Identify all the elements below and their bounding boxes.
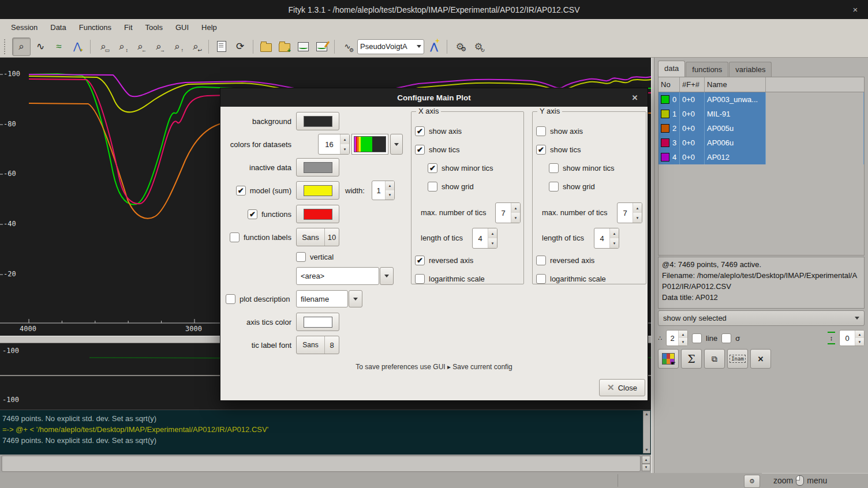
spin-up-icon[interactable] [386, 181, 394, 190]
sigma-checkbox[interactable] [721, 333, 731, 343]
x-show-minor-tics-checkbox[interactable] [428, 163, 437, 173]
dialog-close-button[interactable]: ✕ Close [599, 379, 645, 396]
console-scrollbar[interactable]: ▲ ▼ [643, 411, 650, 453]
spin-down-icon[interactable] [633, 213, 642, 223]
spin-down-icon[interactable] [511, 213, 520, 223]
open-data-button[interactable] [257, 38, 275, 55]
zoom-all-button[interactable]: ⌕▭ [95, 38, 112, 55]
spin-down-icon[interactable] [610, 238, 619, 248]
y-reversed-checkbox[interactable] [536, 256, 546, 265]
data-range-mode-button[interactable]: ∿ [32, 38, 49, 55]
spin-down-icon[interactable] [679, 338, 687, 346]
zoom-left-button[interactable]: ⌕← [132, 38, 149, 55]
dataset-color-swatch[interactable] [661, 153, 669, 162]
peak-type-dropdown[interactable]: PseudoVoigtA [357, 39, 424, 54]
plot-description-field[interactable]: filename [296, 290, 348, 307]
menu-data[interactable]: Data [45, 21, 71, 34]
spin-down-icon[interactable] [488, 238, 497, 248]
line-checkbox[interactable] [692, 333, 702, 343]
menu-gui[interactable]: GUI [170, 21, 194, 34]
command-input[interactable] [1, 455, 641, 472]
menu-functions[interactable]: Functions [74, 21, 117, 34]
scroll-up-icon[interactable]: ▲ [645, 411, 649, 417]
x-show-axis-checkbox[interactable] [415, 126, 425, 136]
command-history-spinner[interactable]: ▲ ▼ [642, 456, 650, 471]
plot-description-dropdown-button[interactable] [349, 290, 362, 307]
auto-add-peak-button[interactable]: ⋀ [425, 38, 443, 55]
dataset-color-swatch[interactable] [661, 110, 669, 118]
tic-label-font-button[interactable]: Sans 8 [296, 336, 339, 354]
show-log-button[interactable] [213, 38, 230, 55]
model-width-spinner[interactable]: 1 [372, 181, 395, 200]
x-tic-length-value[interactable]: 4 [473, 228, 488, 248]
model-width-value[interactable]: 1 [372, 181, 385, 200]
table-row[interactable]: 1 0+0 MIL-91 [659, 107, 864, 121]
zoom-up-button[interactable]: ⌕↑ [169, 38, 186, 55]
point-size-value[interactable]: 2 [667, 331, 678, 346]
scroll-down-icon[interactable]: ▼ [645, 447, 649, 453]
show-filter-dropdown[interactable]: show only selected [658, 310, 865, 326]
edit-functions-button[interactable]: ∿⚙ [339, 38, 356, 55]
reload-session-button[interactable]: ⟳ [231, 38, 249, 55]
spin-up-icon[interactable] [855, 331, 864, 338]
copy-function-button[interactable]: ⧉ [704, 349, 725, 369]
output-console[interactable]: 7469 points. No explicit std. dev. Set a… [0, 410, 651, 455]
zoom-vertical-button[interactable]: ⌕↕ [113, 38, 130, 55]
dataset-color-swatch[interactable] [661, 95, 669, 104]
window-close-icon[interactable]: × [847, 0, 863, 19]
statusbar-prefs-button[interactable]: ⚙ [744, 475, 760, 488]
axis-tics-color-button[interactable] [296, 313, 339, 331]
dataset-colors-count[interactable]: 16 [319, 134, 340, 154]
menu-tools[interactable]: Tools [140, 21, 168, 34]
x-log-scale-checkbox[interactable] [415, 274, 425, 284]
menu-fit[interactable]: Fit [119, 21, 137, 34]
table-row[interactable]: 2 0+0 AP005u [659, 121, 864, 136]
spin-up-icon[interactable] [610, 228, 619, 238]
column-header-fpf[interactable]: #F+# [680, 77, 705, 92]
dialog-close-icon[interactable]: ✕ [628, 88, 642, 107]
background-color-button[interactable] [296, 112, 339, 130]
spin-up-icon[interactable] [511, 203, 520, 213]
y-tic-length-spinner[interactable]: 4 [594, 228, 619, 249]
spin-down-icon[interactable] [855, 338, 864, 346]
point-size-spinner[interactable]: 2 [666, 330, 688, 346]
x-tic-length-spinner[interactable]: 4 [472, 228, 497, 249]
zoom-right-button[interactable]: ⌕→ [150, 38, 167, 55]
open-data-append-button[interactable] [276, 38, 293, 55]
spin-up-icon[interactable] [679, 331, 687, 338]
menu-help[interactable]: Help [196, 21, 222, 34]
inactive-color-button[interactable] [296, 158, 339, 177]
model-color-button[interactable] [296, 181, 339, 200]
zoom-previous-button[interactable]: ⌕↩ [187, 38, 204, 55]
tab-functions[interactable]: functions [686, 62, 728, 77]
x-max-tics-spinner[interactable]: 7 [495, 202, 521, 223]
plot-description-checkbox[interactable] [226, 294, 235, 304]
add-point-mode-button[interactable]: ≈ [50, 38, 68, 55]
y-show-tics-checkbox[interactable] [536, 145, 546, 155]
y-show-axis-checkbox[interactable] [536, 126, 546, 136]
model-sum-checkbox[interactable] [236, 186, 246, 196]
dataset-colors-count-spinner[interactable]: 16 [318, 134, 350, 155]
y-max-tics-spinner[interactable]: 7 [617, 202, 642, 223]
column-header-name[interactable]: Name [705, 77, 766, 92]
tab-variables[interactable]: variables [729, 62, 772, 77]
table-row[interactable]: 0 0+0 AP003_unwa... [659, 92, 864, 107]
function-label-font-button[interactable]: Sans 10 [296, 228, 339, 246]
x-show-grid-checkbox[interactable] [428, 182, 437, 192]
dataset-colors-dropdown-button[interactable] [390, 134, 403, 155]
functions-checkbox[interactable] [248, 209, 257, 219]
label-format-dropdown-button[interactable] [380, 267, 394, 285]
rename-dataset-button[interactable]: Inam [727, 349, 748, 369]
shift-value[interactable]: 0 [840, 331, 855, 346]
peak-draw-mode-button[interactable]: ⋀✦ [69, 38, 86, 55]
spin-up-icon[interactable] [633, 203, 642, 213]
shift-spinner[interactable]: 0 [839, 330, 865, 346]
spin-up-icon[interactable] [488, 228, 497, 238]
function-labels-checkbox[interactable] [230, 232, 240, 242]
dataset-color-swatch[interactable] [661, 124, 669, 133]
spin-down-icon[interactable] [386, 190, 394, 200]
menu-session[interactable]: Session [6, 21, 43, 34]
y-tic-length-value[interactable]: 4 [594, 228, 609, 248]
x-show-tics-checkbox[interactable] [415, 145, 425, 155]
dataset-colors-button[interactable] [658, 349, 679, 369]
